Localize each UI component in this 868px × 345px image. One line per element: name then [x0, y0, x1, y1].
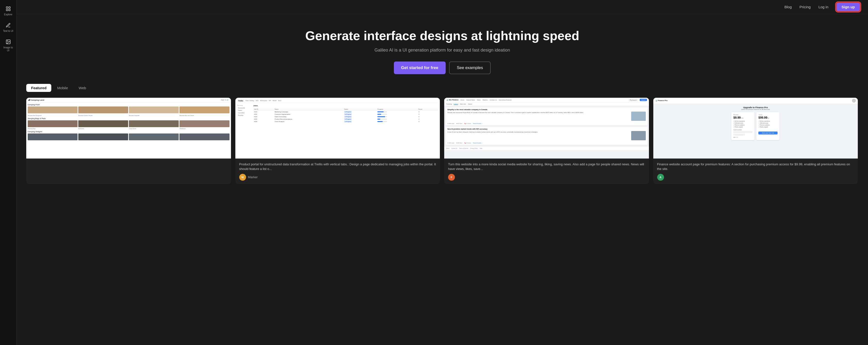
tab-featured[interactable]: Featured: [26, 84, 51, 92]
get-started-button[interactable]: Get started for free: [394, 62, 446, 74]
card-jobs[interactable]: Trellis Data Catalog Jobs Workspace API …: [235, 98, 440, 184]
card-finance-news-body: Turn this website into a more kinda soci…: [444, 159, 649, 184]
card-finance-news[interactable]: 📊 Sto Finance Home Shared News News Mark…: [444, 98, 649, 184]
svg-point-5: [7, 41, 8, 41]
sidebar-item-text-to-ui[interactable]: Text to UI: [1, 20, 16, 35]
card-jobs-avatar: M: [239, 174, 246, 181]
card-finance-pro-avatar: A: [657, 174, 664, 181]
hero-title: Generate interface designs at lightning …: [26, 29, 858, 43]
sidebar-item-image-to-ui[interactable]: Image to UI: [1, 36, 16, 55]
card-finance-news-author: F: [448, 174, 645, 181]
card-preview-finance-pro: 📊 Finance Pro Upgrade to Finance Pro Unl…: [653, 98, 858, 159]
card-finance-pro[interactable]: 📊 Finance Pro Upgrade to Finance Pro Unl…: [653, 98, 858, 184]
sidebar-item-explore-label: Explore: [4, 13, 12, 16]
see-examples-button[interactable]: See examples: [449, 62, 491, 74]
card-camping[interactable]: 🏕 Camping Land Sign In 🛒 Camping Food Mo…: [26, 98, 231, 184]
blog-link[interactable]: Blog: [784, 5, 792, 9]
card-camping-body: [26, 159, 231, 165]
card-jobs-author-name: Marker: [248, 175, 258, 179]
cards-grid: 🏕 Camping Land Sign In 🛒 Camping Food Mo…: [17, 98, 868, 194]
svg-rect-3: [8, 9, 10, 11]
card-finance-pro-body: Finance website account page for premium…: [653, 159, 858, 184]
tab-web[interactable]: Web: [74, 84, 91, 92]
tab-mobile[interactable]: Mobile: [52, 84, 73, 92]
login-button[interactable]: Log in: [818, 5, 828, 9]
text-to-ui-icon: [5, 22, 12, 29]
svg-rect-1: [8, 7, 10, 8]
card-preview-jobs: Trellis Data Catalog Jobs Workspace API …: [235, 98, 440, 159]
sidebar-item-text-to-ui-label: Text to UI: [3, 30, 13, 33]
sidebar: Explore Text to UI Image to UI: [0, 0, 17, 345]
card-preview-camping: 🏕 Camping Land Sign In 🛒 Camping Food Mo…: [26, 98, 231, 159]
explore-icon: [5, 5, 12, 12]
card-finance-news-desc: Turn this website into a more kinda soci…: [448, 162, 645, 171]
sidebar-item-image-to-ui-label: Image to UI: [2, 46, 14, 52]
image-to-ui-icon: [5, 38, 12, 45]
hero-buttons: Get started for free See examples: [26, 62, 858, 74]
card-preview-finance-news: 📊 Sto Finance Home Shared News News Mark…: [444, 98, 649, 159]
card-jobs-desc: Product portal for unstructured data tra…: [239, 162, 436, 171]
main-content: Generate interface designs at lightning …: [17, 0, 868, 194]
topnav: Blog Pricing Log in Sign up: [17, 0, 868, 14]
card-jobs-author: M Marker: [239, 174, 436, 181]
hero-subtitle: Galileo AI is a UI generation platform f…: [26, 48, 858, 53]
svg-rect-0: [6, 7, 7, 8]
signup-button[interactable]: Sign up: [836, 2, 860, 11]
sidebar-item-explore[interactable]: Explore: [1, 3, 16, 19]
pricing-link[interactable]: Pricing: [800, 5, 811, 9]
card-jobs-body: Product portal for unstructured data tra…: [235, 159, 440, 184]
card-finance-news-avatar: F: [448, 174, 455, 181]
card-finance-pro-author: A: [657, 174, 854, 181]
tabs-row: Featured Mobile Web: [17, 84, 868, 92]
hero-section: Generate interface designs at lightning …: [17, 14, 868, 84]
svg-rect-2: [6, 9, 7, 11]
card-finance-pro-desc: Finance website account page for premium…: [657, 162, 854, 171]
